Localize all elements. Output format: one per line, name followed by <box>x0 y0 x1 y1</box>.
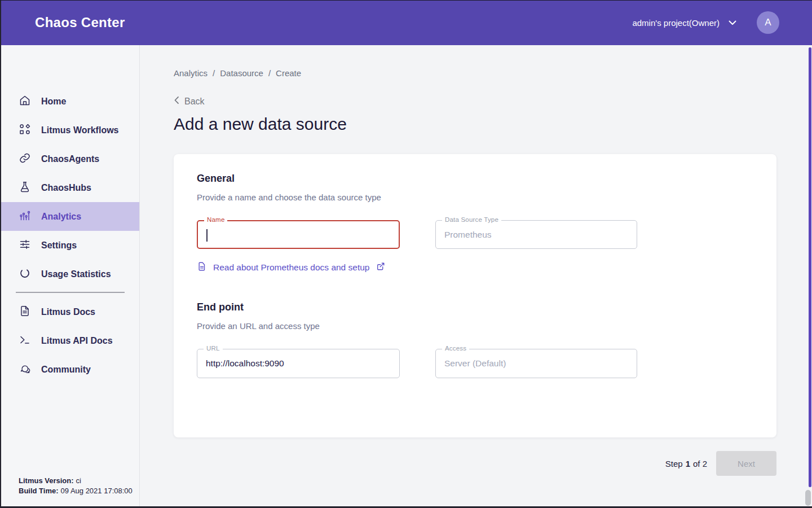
app-title: Chaos Center <box>35 15 125 30</box>
workflows-icon <box>19 123 31 138</box>
flask-icon <box>19 181 31 195</box>
sidebar-item-home[interactable]: Home <box>0 87 139 116</box>
sidebar-divider <box>16 292 125 293</box>
sidebar-item-litmus-api-docs[interactable]: Litmus API Docs <box>0 326 139 355</box>
sidebar-item-usage-statistics[interactable]: Usage Statistics <box>0 260 139 288</box>
sidebar-item-litmus-workflows[interactable]: Litmus Workflows <box>0 116 139 144</box>
sidebar-item-analytics[interactable]: Analytics <box>0 202 139 231</box>
data-source-type-input[interactable] <box>436 221 637 248</box>
sidebar-item-label: Community <box>41 365 91 375</box>
version-info: Litmus Version:ci Build Time:09 Aug 2021… <box>19 476 133 496</box>
document-icon <box>19 305 31 319</box>
build-label: Build Time: <box>19 487 59 495</box>
analytics-icon <box>19 209 31 224</box>
sidebar-item-label: ChaosHubs <box>41 183 91 193</box>
sliders-icon <box>19 238 31 253</box>
sidebar-item-label: Usage Statistics <box>41 269 111 279</box>
url-field: URL <box>197 349 400 378</box>
breadcrumb-analytics[interactable]: Analytics <box>174 68 208 78</box>
usage-circle-icon <box>19 267 31 282</box>
wizard-footer: Step 1 of 2 Next <box>174 451 776 476</box>
app-header: Chaos Center admin's project(Owner) A <box>0 0 812 45</box>
access-input[interactable] <box>436 349 637 378</box>
sidebar: Home Litmus Workflows ChaosAgents ChaosH… <box>0 45 140 508</box>
project-selector[interactable]: admin's project(Owner) <box>632 18 720 28</box>
window-edge-left <box>0 0 1 508</box>
datasource-form-card: General Provide a name and choose the da… <box>174 154 776 437</box>
sidebar-item-label: Home <box>41 97 66 107</box>
url-field-label: URL <box>204 345 223 352</box>
breadcrumb-datasource[interactable]: Datasource <box>220 68 263 78</box>
step-current: 1 <box>686 459 690 468</box>
general-heading: General <box>197 173 235 185</box>
sidebar-item-label: Analytics <box>41 212 81 222</box>
breadcrumb-separator: / <box>213 68 215 78</box>
document-icon <box>197 261 207 274</box>
breadcrumb-separator: / <box>268 68 271 78</box>
sidebar-item-community[interactable]: Community <box>0 355 139 384</box>
name-field-label: Name <box>204 216 227 223</box>
endpoint-heading: End point <box>197 301 244 313</box>
main-content: Analytics / Datasource / Create Back Add… <box>140 45 812 508</box>
url-input[interactable] <box>197 349 399 378</box>
sidebar-item-label: Settings <box>41 240 77 251</box>
endpoint-subtitle: Provide an URL and access type <box>197 321 320 331</box>
sidebar-item-settings[interactable]: Settings <box>0 231 139 260</box>
chevron-left-icon <box>174 96 179 107</box>
step-indicator: Step 1 of 2 <box>665 459 707 468</box>
page-title: Add a new data source <box>174 115 347 134</box>
chevron-down-icon[interactable] <box>729 20 736 25</box>
sidebar-item-label: Litmus Workflows <box>41 125 119 135</box>
name-field: Name <box>197 220 400 249</box>
sidebar-item-label: ChaosAgents <box>41 154 99 164</box>
version-label: Litmus Version: <box>19 476 74 485</box>
step-suffix: of 2 <box>693 459 707 468</box>
terminal-icon <box>19 334 31 348</box>
avatar[interactable]: A <box>757 11 779 34</box>
breadcrumb-create[interactable]: Create <box>276 68 301 78</box>
access-field: Access <box>435 349 637 378</box>
prometheus-docs-link[interactable]: Read about Prometheus docs and setup <box>197 261 386 274</box>
text-caret <box>206 229 208 242</box>
sidebar-item-chaoshubs[interactable]: ChaosHubs <box>0 173 139 202</box>
sidebar-item-litmus-docs[interactable]: Litmus Docs <box>0 297 139 326</box>
step-prefix: Step <box>665 459 683 468</box>
data-source-type-label: Data Source Type <box>442 216 501 223</box>
external-link-icon <box>376 261 386 274</box>
vertical-scrollbar-thumb[interactable] <box>809 47 811 487</box>
link-icon <box>19 152 31 167</box>
build-value: 09 Aug 2021 17:08:00 <box>61 487 133 495</box>
back-button[interactable]: Back <box>174 96 205 107</box>
docs-link-label: Read about Prometheus docs and setup <box>213 262 369 273</box>
sidebar-item-chaosagents[interactable]: ChaosAgents <box>0 144 139 173</box>
access-field-label: Access <box>442 345 469 352</box>
window-edge-top <box>0 0 812 1</box>
name-input[interactable] <box>198 221 399 248</box>
next-button[interactable]: Next <box>716 451 776 476</box>
scrollbar-corner <box>805 490 811 506</box>
version-value: ci <box>76 476 81 485</box>
breadcrumb: Analytics / Datasource / Create <box>174 68 301 78</box>
general-subtitle: Provide a name and choose the data sourc… <box>197 192 381 202</box>
home-icon <box>19 94 31 109</box>
back-label: Back <box>184 97 205 107</box>
chat-bubbles-icon <box>19 362 31 377</box>
sidebar-item-label: Litmus Docs <box>41 307 95 317</box>
data-source-type-field: Data Source Type <box>435 220 637 249</box>
sidebar-item-label: Litmus API Docs <box>41 336 113 346</box>
